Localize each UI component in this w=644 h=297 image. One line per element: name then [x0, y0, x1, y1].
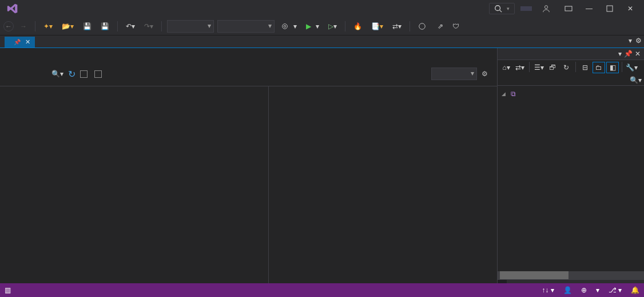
- titlebar: ▾ — ✕: [0, 0, 644, 17]
- nuget-package-manager: 🔍▾ ↻ ⚙: [0, 48, 498, 283]
- admin-button[interactable]: 🛡: [450, 21, 462, 32]
- sign-in-button[interactable]: [538, 5, 558, 13]
- svg-rect-3: [565, 6, 572, 11]
- svg-point-0: [495, 6, 500, 11]
- active-window-title[interactable]: [520, 6, 532, 11]
- open-file-button[interactable]: 📂▾: [59, 21, 77, 32]
- hot-reload-button[interactable]: 🔥: [351, 21, 365, 32]
- github-copilot-button[interactable]: [415, 21, 431, 32]
- start-debugging-button[interactable]: ▶ ▾: [303, 21, 322, 32]
- window-settings-icon[interactable]: ⚙: [635, 37, 642, 45]
- nuget-tabs: [0, 48, 497, 62]
- browse-button[interactable]: 📑▾: [368, 21, 386, 32]
- error-warning-summary[interactable]: ↑↓ ▾: [542, 286, 554, 294]
- close-tab-icon[interactable]: ✕: [25, 38, 30, 46]
- panel-options-button[interactable]: ▾: [618, 50, 622, 58]
- refresh-button[interactable]: ↻: [560, 62, 573, 73]
- nuget-toolbar: 🔍▾ ↻ ⚙: [0, 62, 497, 86]
- svg-line-1: [500, 10, 502, 13]
- pin-icon[interactable]: 📌: [14, 39, 21, 45]
- repo-name[interactable]: ⎇ ▾: [609, 286, 622, 294]
- solution-root[interactable]: ◢ ⧉: [498, 88, 644, 99]
- sync-active-document-button[interactable]: 🗗: [546, 62, 559, 73]
- search-icon: [494, 5, 502, 13]
- solution-icon: ⧉: [509, 90, 517, 98]
- search-button[interactable]: ▾: [489, 3, 515, 14]
- workarea: 🔍▾ ↻ ⚙ ▾ 📌 ✕ ⌂▾ ⇄▾: [0, 48, 644, 283]
- show-all-files-button[interactable]: 🗀: [593, 62, 605, 73]
- copilot-icon: [418, 22, 426, 30]
- preview-selected-button[interactable]: ◧: [606, 62, 619, 73]
- save-all-button[interactable]: 💾: [98, 21, 112, 32]
- svg-point-6: [284, 25, 286, 27]
- save-button[interactable]: 💾: [80, 21, 94, 32]
- main-toolbar: ← → ✦▾ 📂▾ 💾 💾 ↶▾ ↷▾ ▾ ▶ ▾ ▷▾ 🔥 📑▾ ⇄▾ ⇗ 🛡: [0, 17, 644, 35]
- document-tab-nuget[interactable]: 📌 ✕: [5, 37, 35, 47]
- share-button[interactable]: ⇗: [435, 21, 446, 32]
- solution-config-dropdown[interactable]: [167, 20, 214, 33]
- gear-icon: [281, 22, 289, 30]
- home-button[interactable]: ⌂▾: [500, 62, 512, 73]
- pending-changes-filter-button[interactable]: ☰▾: [532, 62, 545, 73]
- nav-forward-button[interactable]: →: [17, 21, 30, 32]
- undo-button[interactable]: ↶▾: [123, 21, 138, 32]
- new-item-button[interactable]: ✦▾: [41, 21, 55, 32]
- package-source-dropdown[interactable]: [431, 68, 477, 80]
- play-icon: ▶: [306, 22, 311, 30]
- live-share-button[interactable]: ⇄▾: [389, 21, 404, 32]
- solution-explorer-title: ▾ 📌 ✕: [498, 48, 644, 60]
- svg-point-2: [544, 6, 547, 9]
- svg-rect-4: [607, 6, 613, 11]
- properties-button[interactable]: 🔧▾: [625, 62, 638, 73]
- show-vulnerable-checkbox[interactable]: [94, 70, 104, 78]
- refresh-button[interactable]: ↻: [68, 69, 75, 80]
- close-panel-icon[interactable]: ✕: [635, 50, 641, 58]
- notifications-icon[interactable]: 🔔: [631, 286, 639, 294]
- include-prerelease-checkbox[interactable]: [80, 70, 90, 78]
- maximize-button[interactable]: [599, 1, 620, 17]
- nuget-search-input[interactable]: 🔍▾: [9, 70, 63, 78]
- tab-overflow-button[interactable]: ▾: [629, 37, 632, 45]
- solution-explorer-search[interactable]: 🔍▾: [498, 75, 644, 86]
- svg-point-7: [419, 23, 426, 29]
- pin-panel-icon[interactable]: 📌: [624, 50, 633, 58]
- minimize-button[interactable]: —: [579, 1, 599, 17]
- package-list-area: [0, 86, 497, 283]
- redo-button[interactable]: ↷▾: [141, 21, 156, 32]
- nuget-settings-icon[interactable]: ⚙: [482, 70, 488, 78]
- user-icon: [542, 5, 550, 13]
- document-tab-strip: 📌 ✕ ▾ ⚙: [0, 35, 644, 48]
- platform-dropdown[interactable]: [217, 20, 275, 33]
- nav-back-button[interactable]: ←: [3, 21, 14, 31]
- search-icon[interactable]: 🔍▾: [51, 70, 63, 78]
- statusbar: ▥ ↑↓ ▾ 👤 ⊕ ▾ ⎇ ▾ 🔔: [0, 283, 644, 297]
- collapse-all-button[interactable]: ⊟: [579, 62, 591, 73]
- solution-explorer-toolbar: ⌂▾ ⇄▾ ☰▾ 🗗 ↻ ⊟ 🗀 ◧ 🔧▾: [498, 60, 644, 75]
- solution-explorer: ▾ 📌 ✕ ⌂▾ ⇄▾ ☰▾ 🗗 ↻ ⊟ 🗀 ◧ 🔧▾ 🔍▾ ◢: [498, 48, 644, 283]
- visual-studio-logo-icon: [7, 3, 18, 14]
- horizontal-scrollbar[interactable]: [498, 271, 644, 279]
- start-without-debugging-button[interactable]: ▷▾: [325, 21, 340, 32]
- switch-views-button[interactable]: ⇄▾: [514, 62, 526, 73]
- package-details-pane: [269, 86, 497, 283]
- solution-tree[interactable]: ◢ ⧉: [498, 86, 644, 271]
- svg-point-5: [283, 23, 288, 29]
- window-options-button[interactable]: [558, 1, 579, 17]
- search-icon[interactable]: 🔍▾: [630, 76, 642, 84]
- output-icon[interactable]: ▥: [5, 286, 11, 294]
- solution-explorer-bottom-tabs: [498, 279, 644, 283]
- live-share-count[interactable]: 👤: [563, 286, 572, 294]
- current-branch[interactable]: ▾: [596, 286, 599, 294]
- package-list[interactable]: [0, 86, 269, 283]
- github-user[interactable]: ⊕: [581, 286, 587, 294]
- startup-project-dropdown[interactable]: ▾: [278, 21, 300, 32]
- close-button[interactable]: ✕: [620, 1, 641, 17]
